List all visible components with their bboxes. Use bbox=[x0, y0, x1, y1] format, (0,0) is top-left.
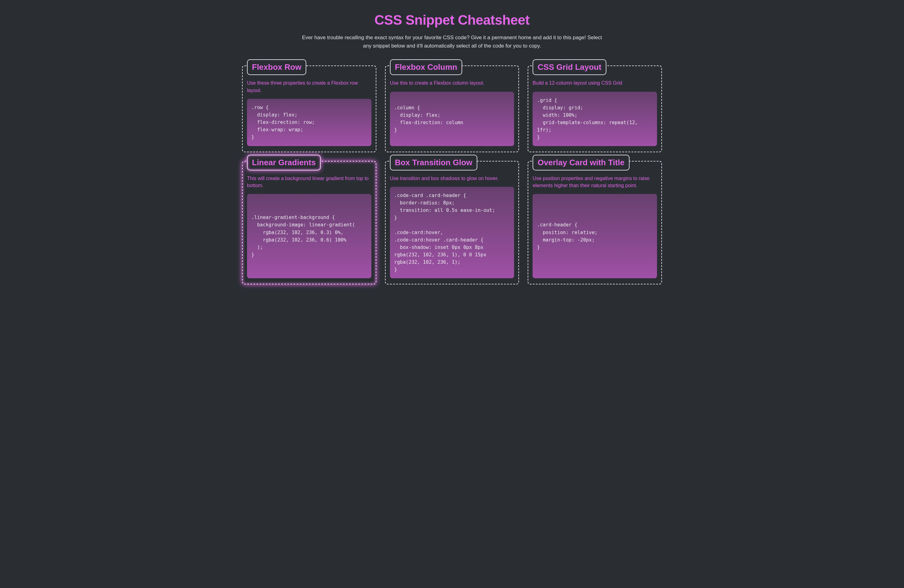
snippet-card: Flexbox Row Use these three properties t… bbox=[242, 65, 376, 152]
code-snippet[interactable]: .linear-gradient-background { background… bbox=[247, 194, 371, 278]
card-description: Use position properties and negative mar… bbox=[533, 175, 657, 189]
page-title: CSS Snippet Cheatsheet bbox=[298, 13, 606, 28]
code-snippet[interactable]: .grid { display: grid; width: 100%; grid… bbox=[533, 92, 657, 146]
card-header: Overlay Card with Title bbox=[533, 155, 629, 171]
card-header: CSS Grid Layout bbox=[533, 59, 606, 75]
code-snippet[interactable]: .row { display: flex; flex-direction: ro… bbox=[247, 99, 371, 146]
code-snippet[interactable]: .code-card .card-header { border-radius:… bbox=[390, 187, 514, 278]
card-title: Box Transition Glow bbox=[395, 158, 473, 168]
code-snippet[interactable]: .card-header { position: relative; margi… bbox=[533, 194, 657, 278]
card-description: This will create a background linear gra… bbox=[247, 175, 371, 189]
card-description: Use this to create a Flexbox column layo… bbox=[390, 79, 514, 87]
snippet-card: Box Transition Glow Use transition and b… bbox=[385, 161, 519, 285]
card-title: Overlay Card with Title bbox=[537, 158, 624, 168]
snippet-card: Overlay Card with Title Use position pro… bbox=[528, 161, 662, 285]
card-header: Flexbox Column bbox=[390, 59, 462, 75]
card-header: Box Transition Glow bbox=[390, 155, 477, 171]
card-header: Flexbox Row bbox=[247, 59, 306, 75]
snippet-card: CSS Grid Layout Build a 12-column layout… bbox=[528, 65, 662, 152]
snippet-card: Flexbox Column Use this to create a Flex… bbox=[385, 65, 519, 152]
card-title: Flexbox Column bbox=[395, 62, 457, 72]
card-description: Use transition and box shadows to glow o… bbox=[390, 175, 514, 182]
page-header: CSS Snippet Cheatsheet Ever have trouble… bbox=[298, 13, 606, 50]
cards-grid: Flexbox Row Use these three properties t… bbox=[242, 65, 662, 285]
code-snippet[interactable]: .column { display: flex; flex-direction:… bbox=[390, 92, 514, 146]
snippet-card: Linear Gradients This will create a back… bbox=[242, 161, 376, 285]
page-subtitle: Ever have trouble recalling the exact sy… bbox=[298, 33, 606, 50]
card-description: Use these three properties to create a F… bbox=[247, 79, 371, 93]
card-title: Linear Gradients bbox=[252, 158, 316, 168]
card-description: Build a 12-column layout using CSS Grid bbox=[533, 79, 657, 87]
card-title: CSS Grid Layout bbox=[537, 62, 601, 72]
card-header: Linear Gradients bbox=[247, 155, 321, 171]
card-title: Flexbox Row bbox=[252, 62, 301, 72]
